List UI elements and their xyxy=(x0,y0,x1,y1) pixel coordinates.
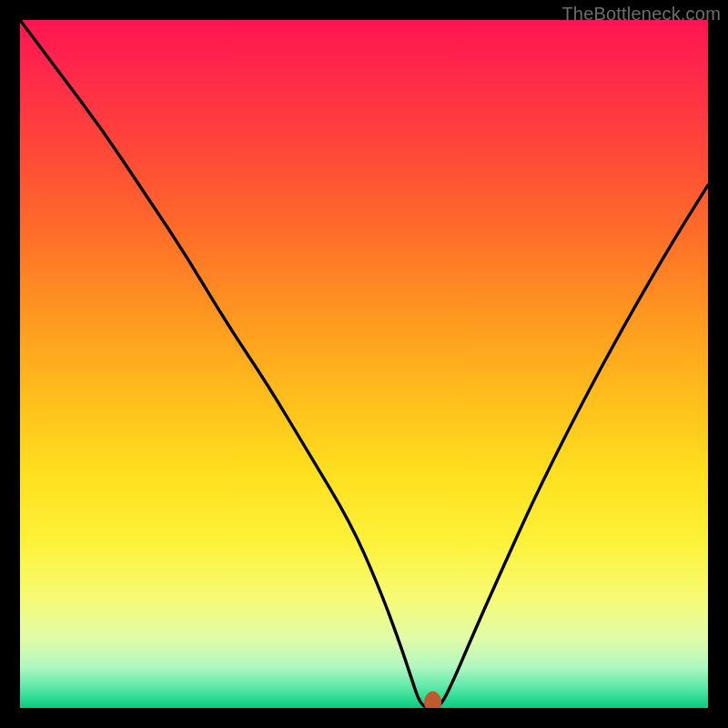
watermark-text: TheBottleneck.com xyxy=(561,4,721,25)
bottleneck-curve-path xyxy=(20,20,708,708)
minimum-marker xyxy=(425,692,441,708)
plot-area xyxy=(20,20,708,708)
bottleneck-curve-svg xyxy=(20,20,708,708)
chart-frame: TheBottleneck.com xyxy=(0,0,728,728)
